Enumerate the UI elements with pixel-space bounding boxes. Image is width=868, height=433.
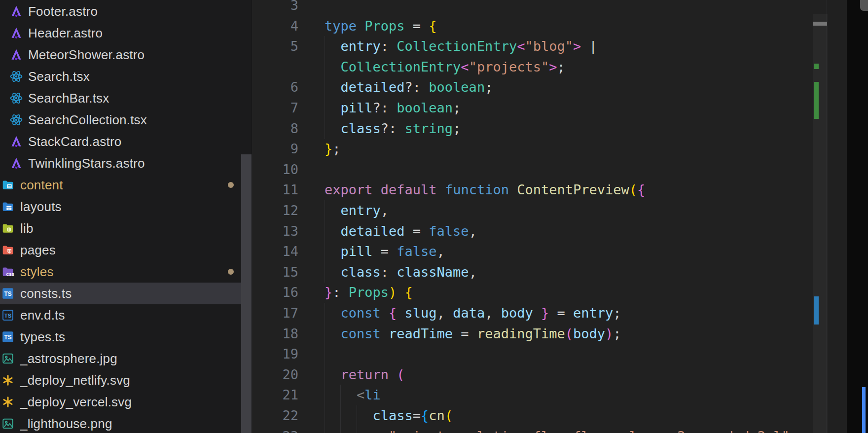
code-line-17[interactable]: 17 const { slug, data, body } = entry; [252, 303, 813, 324]
sidebar-item-twinklingstars-astro[interactable]: TwinklingStars.astro [0, 152, 252, 174]
sidebar-item-stackcard-astro[interactable]: StackCard.astro [0, 131, 252, 152]
overview-ruler[interactable] [813, 0, 827, 433]
editor-scrollbar-thumb[interactable] [813, 14, 828, 433]
explorer-sidebar: Footer.astroHeader.astroMeteorShower.ast… [0, 0, 252, 433]
svg-text:TS: TS [4, 290, 11, 297]
code-line-20[interactable]: 20 return ( [252, 364, 813, 385]
code-line-23[interactable]: 23 "animate relative flex flex-col gap-2… [252, 426, 813, 433]
token [437, 182, 445, 197]
sidebar-item-types-ts[interactable]: TStypes.ts [0, 326, 252, 348]
code-text: class?: string; [325, 118, 461, 139]
token: ( [629, 182, 637, 197]
code-line-wrap[interactable]: CollectionEntry<"projects">; [252, 57, 813, 77]
file-label: TwinklingStars.astro [28, 156, 145, 171]
code-line-18[interactable]: 18 const readTime = readingTime(body); [252, 324, 813, 344]
code-line-13[interactable]: 13 detailed = false, [252, 221, 813, 242]
code-line-9[interactable]: 9}; [252, 139, 813, 159]
token: type [325, 18, 357, 34]
token: class [373, 408, 413, 423]
ts-icon: TS [1, 287, 14, 300]
token: ; [557, 59, 565, 74]
sidebar-item-deploy-vercel-svg[interactable]: _deploy_vercel.svg [0, 391, 252, 413]
sidebar-item-deploy-netlify-svg[interactable]: _deploy_netlify.svg [0, 369, 252, 391]
token [325, 244, 341, 259]
code-text: <li [325, 385, 381, 405]
token: class [341, 121, 381, 136]
token: class [341, 264, 381, 280]
token: ( [397, 367, 404, 382]
astro-icon [10, 157, 23, 170]
code-line-3[interactable]: 3 [252, 0, 813, 16]
token: = [453, 326, 477, 341]
line-number: 6 [252, 77, 298, 98]
code-line-22[interactable]: 22 class={cn( [252, 405, 813, 426]
sidebar-item-searchbar-tsx[interactable]: SearchBar.tsx [0, 87, 252, 109]
token [357, 18, 364, 34]
token [325, 305, 341, 321]
code-text: }; [325, 139, 341, 159]
token [325, 387, 357, 402]
code-line-14[interactable]: 14 pill = false, [252, 241, 813, 262]
sidebar-item-search-tsx[interactable]: Search.tsx [0, 66, 252, 87]
sidebar-scrollbar-thumb[interactable] [241, 154, 252, 433]
code-line-11[interactable]: 11export default function ContentPreview… [252, 180, 813, 200]
code-line-5[interactable]: 5 entry: CollectionEntry<"blog"> | [252, 36, 813, 57]
file-label: lib [20, 221, 34, 236]
overview-git-modified-mark [814, 296, 819, 325]
sidebar-item-env-d-ts[interactable]: TSenv.d.ts [0, 304, 252, 326]
astro-icon [10, 48, 23, 61]
token: ; [453, 100, 461, 115]
overview-cursor-mark [813, 22, 827, 26]
token: , [469, 264, 477, 280]
code-line-12[interactable]: 12 entry, [252, 200, 813, 221]
sidebar-item-consts-ts[interactable]: TSconsts.ts [0, 283, 252, 304]
code-line-7[interactable]: 7 pill?: boolean; [252, 98, 813, 118]
sidebar-item-header-astro[interactable]: Header.astro [0, 22, 252, 44]
code-line-19[interactable]: 19 [252, 344, 813, 364]
line-number: 11 [252, 180, 298, 200]
sidebar-item-pages[interactable]: pages [0, 239, 252, 261]
token: > [573, 38, 581, 54]
token: { [637, 182, 645, 197]
code-editor[interactable]: 34type Props = {5 entry: CollectionEntry… [252, 0, 813, 433]
sidebar-item-meteorshower-astro[interactable]: MeteorShower.astro [0, 44, 252, 66]
astro-icon [10, 5, 23, 18]
token: function [445, 182, 509, 197]
image-icon [1, 352, 14, 365]
sidebar-item-lib[interactable]: lib [0, 217, 252, 239]
token: className [397, 264, 469, 280]
code-line-6[interactable]: 6 detailed?: boolean; [252, 77, 813, 98]
sidebar-item-lighthouse-png[interactable]: _lighthouse.png [0, 413, 252, 433]
token [325, 264, 341, 280]
line-number: 19 [252, 344, 298, 364]
file-label: Header.astro [28, 26, 103, 41]
token: detailed [341, 223, 405, 239]
token: pill [341, 244, 373, 259]
code-line-4[interactable]: 4type Props = { [252, 16, 813, 36]
code-line-15[interactable]: 15 class: className, [252, 262, 813, 283]
token: ; [332, 141, 340, 156]
token [325, 429, 389, 433]
token [397, 285, 404, 300]
react-icon [10, 113, 23, 126]
sidebar-item-footer-astro[interactable]: Footer.astro [0, 0, 252, 22]
sidebar-item-styles[interactable]: CSSstyles [0, 261, 252, 283]
astro-icon [10, 135, 23, 148]
line-number: 9 [252, 139, 298, 159]
code-line-16[interactable]: 16}: Props) { [252, 282, 813, 303]
sidebar-item-content[interactable]: content [0, 174, 252, 196]
sidebar-item-searchcollection-tsx[interactable]: SearchCollection.tsx [0, 109, 252, 131]
token: > [549, 59, 557, 74]
code-line-10[interactable]: 10 [252, 159, 813, 180]
astro-icon [10, 27, 23, 39]
sidebar-item-layouts[interactable]: layouts [0, 196, 252, 217]
background-scrollbar-tab [860, 0, 868, 11]
token: false [429, 223, 469, 239]
git-modified-dot [228, 269, 234, 275]
code-line-21[interactable]: 21 <li [252, 385, 813, 405]
code-line-8[interactable]: 8 class?: string; [252, 118, 813, 139]
sidebar-item-astrosphere-jpg[interactable]: _astrosphere.jpg [0, 348, 252, 369]
token: < [461, 59, 469, 74]
token: entry [341, 203, 381, 218]
token: const [341, 326, 381, 341]
